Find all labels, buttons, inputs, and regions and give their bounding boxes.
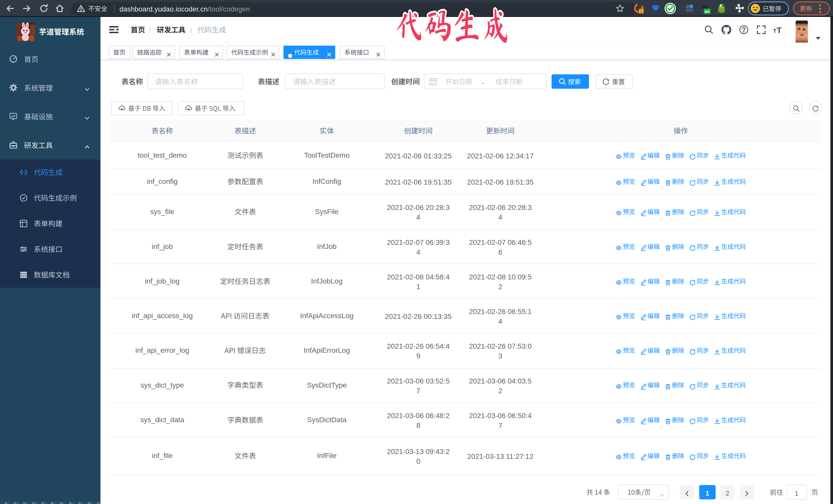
svg-text:on: on bbox=[705, 9, 710, 14]
svg-text:T: T bbox=[777, 26, 782, 34]
svg-text:T: T bbox=[773, 28, 777, 34]
svg-text:1: 1 bbox=[640, 9, 643, 13]
